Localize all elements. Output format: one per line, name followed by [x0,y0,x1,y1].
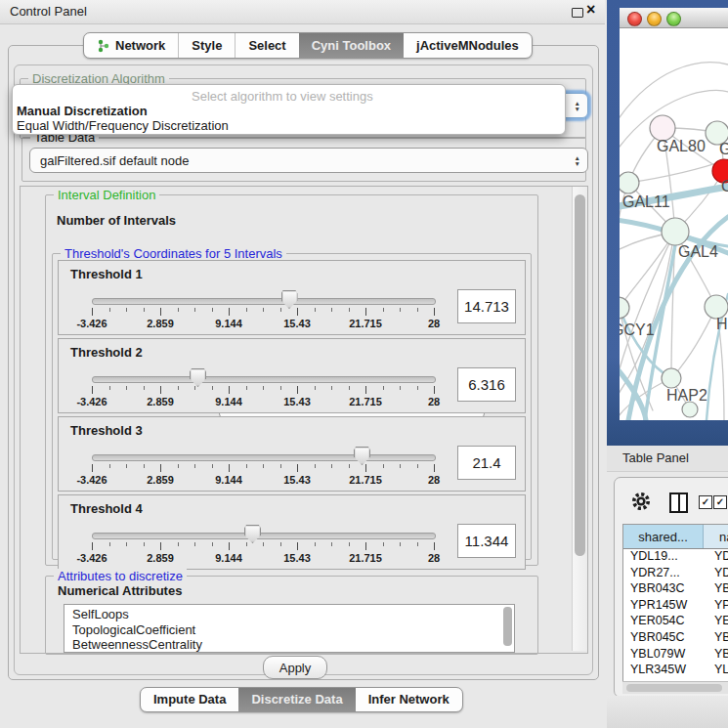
columns-icon[interactable] [669,492,688,513]
tab-impute-data[interactable]: Impute Data [141,688,238,711]
slider-scale-label: 15.43 [283,552,311,564]
slider-thumb[interactable] [244,525,261,543]
slider-scale-label: 15.43 [283,318,311,329]
float-window-icon[interactable] [572,8,583,18]
node-bottom[interactable] [682,402,698,417]
vertical-scrollbar-thumb[interactable] [575,194,585,556]
slider-tick [383,308,384,312]
slider-thumb[interactable] [354,447,370,465]
cell-name[interactable]: YBL0 [709,647,728,664]
network-window-titlebar[interactable] [620,8,728,28]
top-tab-bar: NetworkStyleSelectCyni ToolboxjActiveMNo… [83,32,533,59]
attribute-item-betweennesscentrality[interactable]: BetweennessCentrality [72,637,514,653]
attribute-item-topologicalcoefficient[interactable]: TopologicalCoefficient [72,622,514,638]
close-icon[interactable]: × [586,1,595,19]
slider-tick [280,464,281,468]
table-row[interactable]: YDL19...YDL1 [623,549,728,566]
cell-name[interactable]: YDL1 [709,549,728,566]
cell-shared-name[interactable]: YLR345W [623,663,709,679]
slider-thumb[interactable] [190,368,206,387]
cell-name[interactable]: YPR1 [709,598,728,615]
tab-network[interactable]: Network [84,33,178,58]
threshold-slider[interactable]: -3.4262.8599.14415.4321.71528 [92,417,434,491]
slider-track[interactable] [92,533,436,539]
tab-style[interactable]: Style [178,33,235,58]
network-view-frame[interactable]: GAL80GALCGAL11GAL4GCY1HHAP2 [607,0,728,446]
node-gal11[interactable] [620,172,639,193]
gear-icon[interactable] [630,491,652,512]
threshold-slider[interactable]: -3.4262.8599.14415.4321.71528 [92,339,434,412]
horizontal-scrollbar-thumb[interactable] [626,684,722,692]
algorithm-option-equal-width-frequency-discretization[interactable]: Equal Width/Frequency Discretization [17,118,229,133]
slider-tick [109,464,110,468]
tab-discretize-data[interactable]: Discretize Data [238,688,355,711]
list-scrollbar[interactable] [503,607,512,646]
cell-name[interactable]: YLR3 [709,663,728,679]
cell-name[interactable]: YER0 [709,614,728,630]
node-hap2[interactable] [662,368,681,388]
apply-button[interactable]: Apply [263,656,327,679]
cell-shared-name[interactable]: YBL079W [623,647,709,664]
threshold-value-field[interactable]: 11.344 [457,524,516,558]
slider-tick [92,542,93,550]
table-row[interactable]: YLR345WYLR3 [623,663,728,679]
slider-tick [109,308,110,312]
column-header-name[interactable]: na [704,525,728,548]
slider-track[interactable] [92,298,436,305]
slider-tick [92,386,93,394]
network-canvas[interactable]: GAL80GALCGAL11GAL4GCY1HHAP2 [620,27,728,420]
tab-cyni-toolbox[interactable]: Cyni Toolbox [299,33,404,58]
slider-thumb[interactable] [281,290,298,309]
threshold-slider[interactable]: -3.4262.8599.14415.4321.71528 [92,495,434,569]
threshold-value-field[interactable]: 6.316 [457,367,516,402]
tab-select[interactable]: Select [235,33,298,58]
table-row[interactable]: YER054CYER0 [623,614,728,630]
tab-infer-network[interactable]: Infer Network [356,688,462,711]
cell-shared-name[interactable]: YDL19... [623,549,709,566]
node-label-gal: GAL [719,141,728,157]
slider-tick [434,464,435,472]
slider-tick [263,308,264,312]
cell-shared-name[interactable]: YDR27... [623,566,709,582]
tab-jactivemnodules[interactable]: jActiveMNodules [404,33,532,58]
node-table[interactable]: shared... na YDL19...YDL1YDR27...YDR2YBR… [622,524,728,682]
attribute-item-selfloops[interactable]: SelfLoops [72,607,514,622]
table-data-combo[interactable]: galFiltered.sif default node ▲▼ [29,148,588,173]
cell-shared-name[interactable]: YBR043C [623,581,709,598]
slider-tick [383,386,384,390]
cell-shared-name[interactable]: YBR045C [623,630,709,647]
table-row[interactable]: YDR27...YDR2 [623,566,728,582]
table-row[interactable]: YBR045CYBR0 [623,630,728,647]
numerical-attributes-list[interactable]: SelfLoopsTopologicalCoefficientBetweenne… [64,604,515,653]
select-none-checkbox-icon[interactable]: ✓ [713,495,727,509]
slider-tick [417,464,418,468]
cell-shared-name[interactable]: YER054C [623,614,709,630]
table-row[interactable]: YBL079WYBL0 [623,647,728,664]
table-row[interactable]: YBR043CYBR0 [623,581,728,598]
close-traffic-light-icon[interactable] [627,12,642,26]
threshold-value-field[interactable]: 21.4 [457,446,516,480]
zoom-traffic-light-icon[interactable] [666,12,681,26]
cell-name[interactable]: YDR2 [709,566,728,582]
slider-scale-label: 2.859 [147,552,174,564]
number-of-intervals-label: Number of Intervals [57,213,176,228]
slider-track[interactable] [92,376,436,383]
slider-track[interactable] [92,454,436,461]
screen: Control Panel × NetworkStyleSelectCyni T… [0,0,728,728]
slider-tick [160,386,161,394]
minimize-traffic-light-icon[interactable] [647,12,662,26]
algorithm-option-manual-discretization[interactable]: Manual Discretization [17,104,148,118]
slider-tick [92,308,93,316]
vertical-scrollbar[interactable] [572,187,587,651]
threshold-slider[interactable]: -3.4262.8599.14415.4321.71528 [92,261,434,334]
cell-name[interactable]: YBR0 [709,581,728,598]
node-gcy1[interactable] [620,297,629,319]
node-gal4[interactable] [662,218,689,245]
cell-name[interactable]: YBR0 [709,630,728,647]
table-row[interactable]: YPR145WYPR1 [623,598,728,615]
horizontal-scrollbar[interactable] [622,681,728,694]
threshold-value-field[interactable]: 14.713 [457,289,516,323]
select-all-checkbox-icon[interactable]: ✓ [699,495,712,509]
cell-shared-name[interactable]: YPR145W [623,598,709,615]
column-header-shared-name[interactable]: shared... [623,525,704,548]
